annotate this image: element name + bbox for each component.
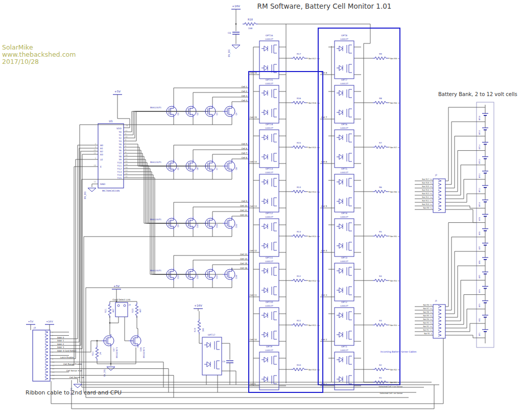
connector-pin (438, 306, 441, 308)
net-label: Net R6 +v (423, 311, 432, 313)
card-select-link-label: Card Select Link (113, 298, 131, 301)
connector-pin (438, 320, 441, 322)
connector-pin (45, 351, 48, 353)
connector-ref: J1 (435, 299, 437, 302)
net-label: Net R9 +v (423, 207, 432, 209)
ic-pin-num: 10 (125, 136, 127, 138)
ic-pin-name: E (100, 166, 102, 168)
resistor-ref: R9 (379, 53, 382, 55)
ic-pin-name: Y2 (118, 137, 122, 139)
cell-net-label: Cell 7 (242, 152, 248, 154)
power-5v-label: +5V (28, 320, 34, 323)
watermark-line-1: SolarMike (2, 43, 33, 51)
ic-pin-name: Y8 (118, 155, 122, 158)
battery-ref: BT4 (479, 289, 481, 293)
watermark-line-2: www.thebackshed.com (2, 51, 76, 58)
connector-pin (45, 361, 48, 363)
connector-pin (438, 205, 441, 207)
connector-pin-num: 3 (52, 338, 53, 340)
mosfet-ref: Q14 (196, 275, 199, 279)
wire (130, 111, 223, 141)
led-symbol (339, 90, 343, 96)
net-label: Net R5 +v (390, 235, 400, 238)
mosfet-part-label: BSS123LT1 (150, 161, 162, 164)
led-symbol (339, 243, 343, 248)
net-label: Net R6 +v (390, 191, 400, 193)
resistor-R11 (291, 323, 306, 326)
battery-ref: BT8 (479, 231, 481, 235)
schematic-title: RM Software, Battery Cell Monitor 1.01 (257, 2, 392, 10)
connector-pin-num: 15 (52, 378, 54, 380)
capacitor-ref-C5: C5 (222, 360, 225, 363)
incoming-cables-label: Incoming Battery Sense Cables (381, 351, 417, 353)
power-5v-label: +5V (113, 285, 120, 288)
connector-pin-num: 12 (52, 368, 54, 370)
resistor-R3 (373, 323, 388, 326)
ribbon-signal-label: Addr 4 Card Select (57, 349, 77, 352)
wire (445, 136, 477, 188)
net-label: Net R8 +v (390, 102, 400, 104)
net-label: Net R1 +v (423, 329, 432, 331)
led-symbol (264, 110, 268, 115)
connector-pin (438, 334, 441, 336)
cell-net-label: Cell 9 (242, 200, 248, 202)
battery-ref: BT13 (479, 159, 481, 164)
opto-ref: OPT11 (266, 256, 273, 259)
ribbon-signal-label: Addr 1 (57, 339, 64, 342)
battery-ref: BT9 (479, 217, 481, 221)
opto-part: LAA127 (340, 349, 348, 352)
mosfet-ref: Q18 (139, 347, 142, 352)
schematic: RM Software, Battery Cell Monitor 1.01 S… (0, 0, 523, 420)
ic-pin-num: 22 (94, 152, 96, 154)
net-label: Net R7 +v (390, 146, 400, 149)
connector-pin (438, 331, 441, 333)
ic-pin-num: 11 (125, 130, 127, 132)
wire (232, 102, 249, 105)
connector-pin (45, 334, 48, 336)
connector-pin-num: 13 (52, 371, 54, 374)
wire (117, 95, 130, 128)
resistor-ref: R3 (379, 319, 382, 322)
resistor-ref: R13 (297, 230, 301, 233)
led-symbol (339, 46, 343, 51)
mosfet-ref: Q16 (235, 275, 237, 279)
opto-OPT13 (259, 174, 279, 212)
connector-ref: J2 (435, 174, 437, 176)
resistor-ref: R6 (379, 186, 382, 189)
opto-part: LAA127 (265, 82, 273, 85)
wire (258, 24, 370, 43)
wire (84, 237, 416, 392)
ic-pin-name: A2 (100, 150, 103, 153)
ic-pin-num: 7 (125, 142, 126, 144)
opto-part: LAA127 (265, 349, 273, 352)
ic-pin-num: 13 (125, 170, 127, 172)
connector-pin (438, 313, 441, 315)
cell-net-label: Cell 16 (240, 267, 247, 269)
opto-OPT10 (259, 308, 279, 345)
ic-pin-name: Y14 (117, 174, 122, 176)
ground-symbol (74, 384, 82, 388)
ribbon-signal-label: Cell Sense +ve (66, 369, 82, 372)
resistor-ref: R7 (379, 142, 382, 144)
led-symbol (339, 65, 343, 71)
ic-part: MC74HC4514N (102, 190, 120, 192)
power-16v-label: +16V (46, 320, 53, 323)
connector-pin (45, 358, 48, 360)
wire (199, 334, 202, 343)
wire (445, 179, 477, 199)
resistor-ref: R10 (297, 364, 301, 366)
wire (445, 223, 477, 307)
connector-ref-J3: J3 (33, 326, 36, 329)
led-symbol (264, 199, 268, 204)
cell-net-label: Cell 3 (242, 95, 248, 97)
cell-label: Cell 11 (250, 294, 257, 296)
wire (69, 379, 78, 383)
resistor-R4 (373, 279, 388, 282)
resistor-R8 (373, 101, 388, 104)
opto-OPT16 (259, 41, 279, 79)
led-symbol (264, 332, 268, 337)
battery-ref: BT6 (479, 261, 481, 264)
ic-pin-num: 17 (125, 157, 127, 159)
net-label: Net R4 +v (423, 318, 432, 320)
ground-label: 0V_DG (84, 191, 87, 199)
